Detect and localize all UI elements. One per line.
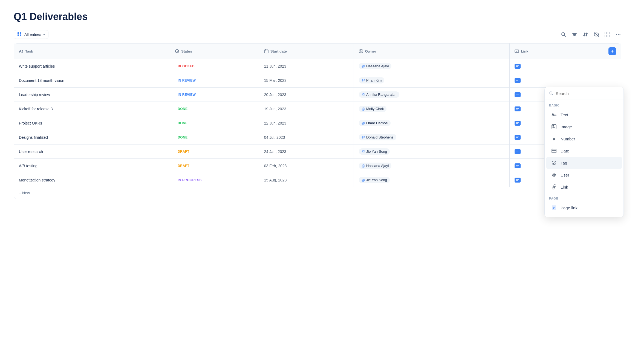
svg-rect-12 <box>608 32 610 34</box>
status-badge: IN REVIEW <box>175 92 198 97</box>
svg-line-5 <box>564 35 566 37</box>
all-entries-button[interactable]: All entries ▾ <box>14 30 48 39</box>
search-icon[interactable] <box>561 31 567 37</box>
svg-rect-20 <box>264 50 268 53</box>
col-header-status[interactable]: Status <box>170 44 259 59</box>
col-header-owner[interactable]: @ Owner <box>354 44 510 59</box>
status-badge: DONE <box>175 135 190 140</box>
date-option-icon <box>551 148 557 154</box>
col-header-link[interactable]: Link + <box>510 44 621 59</box>
cell-date-2: 20 Jun, 2023 <box>259 88 354 102</box>
dropdown-item-image[interactable]: Image <box>546 121 622 133</box>
cell-task-7: A/B testing <box>14 159 170 173</box>
cell-status-4: DONE <box>170 116 259 130</box>
dropdown-item-date[interactable]: Date <box>546 145 622 157</box>
svg-rect-53 <box>516 179 519 181</box>
svg-point-17 <box>620 34 620 35</box>
status-badge: IN REVIEW <box>175 78 198 83</box>
table-row: Write support articles BLOCKED 11 Jun, 2… <box>14 59 621 73</box>
svg-rect-2 <box>18 34 19 36</box>
col-date-label: Start date <box>270 49 287 53</box>
user-option-icon: @ <box>551 172 557 178</box>
toolbar-right <box>561 31 621 37</box>
owner-col-icon: @ <box>359 49 363 53</box>
cell-task-6: User research <box>14 145 170 159</box>
svg-rect-35 <box>516 93 519 96</box>
table-header-row: Aa Task Status <box>14 44 621 59</box>
svg-rect-11 <box>605 32 607 34</box>
dropdown-item-link[interactable]: Link <box>546 181 622 193</box>
svg-rect-50 <box>516 164 519 167</box>
cell-owner-0: @Hassana Ajayi <box>354 59 510 73</box>
dropdown-item-user[interactable]: @ User <box>546 169 622 181</box>
cell-date-4: 22 Jun, 2023 <box>259 116 354 130</box>
link-cell-icon <box>515 163 521 168</box>
svg-text:@: @ <box>360 50 363 53</box>
link-option-icon <box>551 184 557 190</box>
link-cell-icon <box>515 78 521 83</box>
col-header-date[interactable]: Start date <box>259 44 354 59</box>
dropdown-item-tag[interactable]: Tag <box>546 157 622 169</box>
filter-icon[interactable] <box>572 31 578 37</box>
number-option-icon: # <box>551 135 557 142</box>
svg-text:Aa: Aa <box>19 49 23 53</box>
table-body: Write support articles BLOCKED 11 Jun, 2… <box>14 59 621 187</box>
table-row: Leadership review IN REVIEW 20 Jun, 2023… <box>14 88 621 102</box>
dropdown-image-label: Image <box>561 125 572 129</box>
link-cell-icon <box>515 135 521 140</box>
cell-status-0: BLOCKED <box>170 59 259 73</box>
svg-rect-14 <box>608 35 610 37</box>
dropdown-item-page-link[interactable]: Page link <box>546 202 622 214</box>
cell-status-6: DRAFT <box>170 145 259 159</box>
add-column-button[interactable]: + <box>608 47 616 55</box>
cell-owner-7: @Hassana Ajayi <box>354 159 510 173</box>
owner-chip: @Donald Stephens <box>359 134 396 140</box>
col-owner-label: Owner <box>365 49 376 53</box>
svg-point-15 <box>616 34 617 35</box>
owner-chip: @Hassana Ajayi <box>359 163 392 169</box>
svg-rect-41 <box>516 122 519 125</box>
new-row-button[interactable]: + New <box>14 187 621 199</box>
image-option-icon <box>551 123 557 130</box>
view-icon[interactable] <box>604 31 610 37</box>
status-badge: DRAFT <box>175 149 192 154</box>
grid-icon <box>17 32 22 37</box>
svg-rect-47 <box>516 150 519 153</box>
cell-task-0: Write support articles <box>14 59 170 73</box>
link-cell-icon <box>515 92 521 97</box>
svg-rect-38 <box>516 108 519 110</box>
table-row: Monetization strategy IN PROGRESS 15 Aug… <box>14 173 621 187</box>
dropdown-basic-label: BASIC <box>545 100 624 109</box>
page-title: Q1 Deliverables <box>14 11 621 22</box>
cell-status-7: DRAFT <box>170 159 259 173</box>
svg-point-59 <box>553 125 554 126</box>
all-entries-label: All entries <box>24 32 41 37</box>
text-col-icon: Aa <box>19 49 23 53</box>
cell-status-8: IN PROGRESS <box>170 173 259 187</box>
dropdown-search-input[interactable] <box>556 91 619 96</box>
dropdown-item-number[interactable]: # Number <box>546 133 622 145</box>
sort-icon[interactable] <box>582 31 588 37</box>
status-badge: BLOCKED <box>175 63 197 69</box>
link-cell-icon <box>515 149 521 154</box>
owner-chip: @Hassana Ajayi <box>359 63 392 69</box>
hide-icon[interactable] <box>593 31 599 37</box>
dropdown-item-text[interactable]: Aa Text <box>546 109 622 121</box>
dropdown-user-label: User <box>561 173 569 177</box>
cell-date-8: 15 Aug, 2023 <box>259 173 354 187</box>
status-badge: IN PROGRESS <box>175 177 204 183</box>
svg-point-16 <box>618 34 619 35</box>
toolbar-left: All entries ▾ <box>14 30 48 39</box>
link-cell-icon <box>515 121 521 126</box>
link-col-icon <box>515 49 519 53</box>
cell-task-3: Kickoff for release 3 <box>14 102 170 116</box>
svg-rect-13 <box>605 35 607 37</box>
dropdown-number-label: Number <box>561 137 575 141</box>
cell-owner-3: @Molly Clark <box>354 102 510 116</box>
dropdown-link-label: Link <box>561 185 568 189</box>
more-icon[interactable] <box>615 31 621 37</box>
date-col-icon <box>264 49 269 53</box>
col-status-label: Status <box>181 49 192 53</box>
col-header-task[interactable]: Aa Task <box>14 44 170 59</box>
svg-rect-29 <box>516 65 519 68</box>
